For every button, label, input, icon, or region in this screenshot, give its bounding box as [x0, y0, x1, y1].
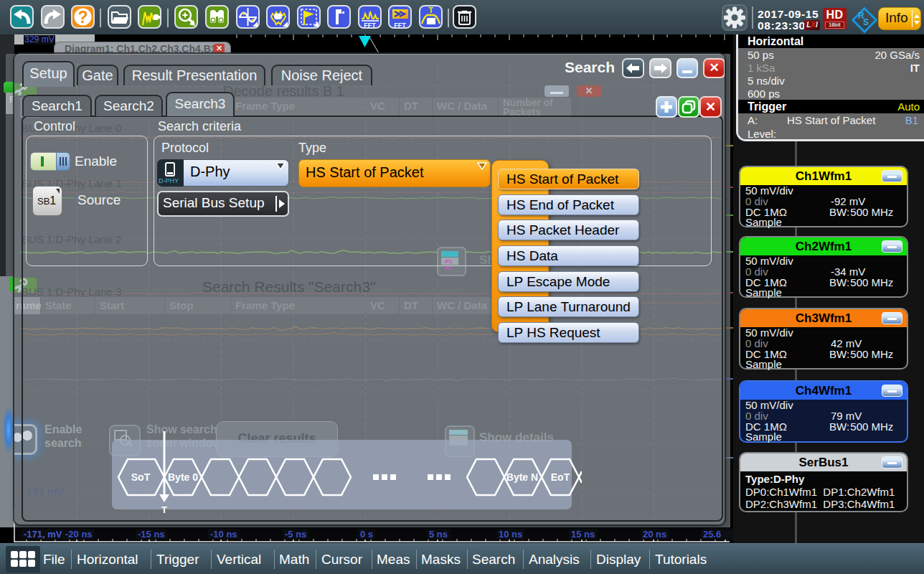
svg-text:T: T	[428, 6, 433, 14]
svg-text:FFT: FFT	[364, 22, 376, 28]
svg-text:FFT: FFT	[394, 22, 406, 28]
svg-text:?: ?	[77, 8, 88, 27]
